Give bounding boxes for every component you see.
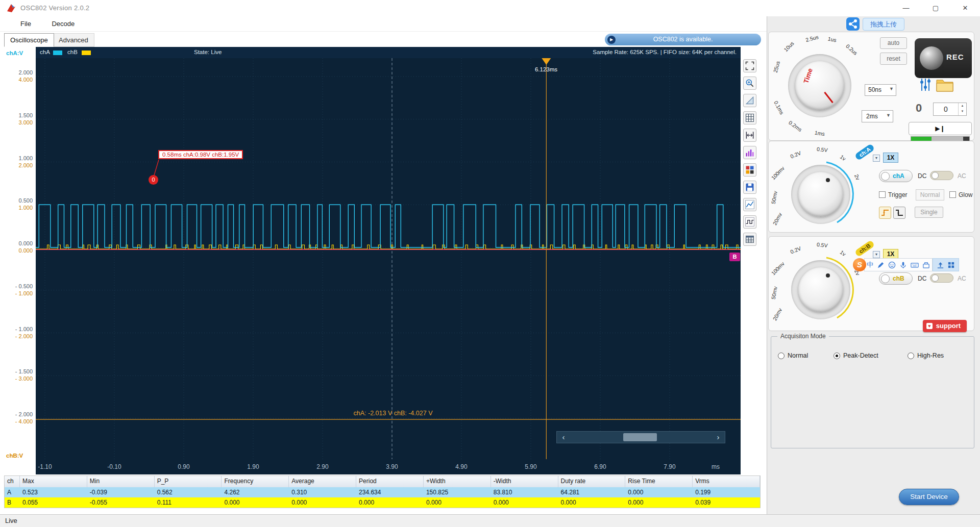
cell: 0.000 [625, 497, 693, 508]
chB-enable-toggle[interactable]: chB [879, 272, 913, 285]
frame-counter: 0 [916, 102, 922, 115]
radio-icon[interactable] [908, 353, 914, 359]
x-tick: 1.90 [242, 463, 264, 470]
app-grid-icon[interactable] [947, 261, 955, 269]
share-hub-icon[interactable] [846, 17, 860, 31]
chB-coupling-toggle[interactable] [930, 273, 953, 283]
waveform-plot[interactable]: 6.123ms 0.58ms chA:0.98V chB:1.95V 0 chA… [36, 58, 741, 459]
cell: 64.281 [558, 487, 626, 497]
chevron-down-icon: ▼ [889, 86, 894, 91]
triangle-ruler-icon[interactable] [743, 94, 756, 107]
radio-peak-detect[interactable]: Peak-Detect [834, 352, 878, 359]
tiles-icon[interactable] [743, 163, 756, 177]
chA-probe-dropdown-icon[interactable]: ▾ [873, 155, 880, 162]
expand-icon[interactable] [743, 59, 756, 72]
rec-knob[interactable] [920, 46, 943, 70]
timebase-select[interactable]: 2ms ▼ [862, 110, 893, 122]
col-max: Max [20, 476, 87, 487]
trigger-mode-box[interactable]: Normal [916, 189, 944, 200]
chA-enable-toggle[interactable]: chA [879, 170, 913, 182]
pen-icon[interactable] [877, 261, 885, 269]
cell: 0.000 [222, 497, 289, 508]
cell: 0.000 [356, 497, 424, 508]
chB-dc-label[interactable]: DC [918, 275, 926, 282]
toolbox-icon[interactable] [922, 261, 930, 269]
reset-button[interactable]: reset [880, 53, 907, 65]
trigger-checkbox[interactable] [879, 191, 886, 198]
falling-edge-icon[interactable] [893, 207, 905, 219]
chB-color-swatch[interactable] [82, 51, 91, 55]
maximize-icon[interactable]: ▢ [921, 0, 950, 16]
y-tick-chB: 3.000 [4, 119, 33, 126]
save-icon[interactable] [743, 181, 756, 194]
x-tick: 3.90 [381, 463, 403, 470]
support-icon: ♥ [926, 323, 933, 329]
chA-ac-label[interactable]: AC [958, 172, 966, 180]
drag-upload-button[interactable]: 拖拽上传 [863, 18, 904, 31]
trigger-time-select[interactable]: 50ns ▼ [865, 84, 896, 96]
auto-button[interactable]: auto [880, 37, 907, 49]
close-icon[interactable]: ✕ [950, 0, 980, 16]
y-tick-chA: 2.000 [4, 69, 33, 76]
marker-badge[interactable]: 0 [149, 175, 158, 185]
chA-color-swatch[interactable] [53, 51, 62, 55]
sliders-icon[interactable] [919, 77, 932, 92]
scroll-right-icon[interactable]: › [713, 432, 724, 443]
cell: 150.825 [424, 487, 491, 497]
menu-file[interactable]: File [11, 16, 40, 31]
chA-probe-ratio[interactable]: 1X [883, 153, 898, 163]
chA-coupling-toggle[interactable] [930, 171, 953, 180]
y-tick-chB: 2.000 [4, 162, 33, 168]
minimize-icon[interactable]: — [891, 0, 921, 16]
time-knob[interactable] [795, 61, 844, 110]
chB-probe-dropdown-icon[interactable]: ▾ [873, 251, 880, 258]
play-pause-button[interactable]: ▶❙ [909, 122, 972, 135]
start-device-button[interactable]: Start Device [899, 489, 959, 505]
chart-icon[interactable] [743, 198, 756, 211]
radio-high-res[interactable]: High-Res [908, 352, 944, 359]
x-tick: 4.90 [450, 463, 473, 470]
scrollbar-thumb[interactable] [623, 433, 657, 441]
upload-arrow-icon[interactable] [937, 261, 944, 269]
ime-logo-icon[interactable]: S [853, 258, 866, 271]
ime-language-icon[interactable]: 中 [867, 259, 873, 271]
chA-volts-knob[interactable] [798, 172, 843, 217]
radio-icon[interactable] [834, 353, 840, 359]
col-ch: ch [5, 476, 20, 487]
spectrum-icon[interactable] [743, 146, 756, 159]
horizontal-scrollbar[interactable]: ‹ › [556, 431, 725, 443]
col-min: Min [87, 476, 155, 487]
acquisition-mode-title: Acquisiton Mode [777, 333, 829, 340]
radio-icon[interactable] [778, 353, 785, 359]
chB-position-marker[interactable]: B [729, 253, 740, 261]
radio-normal[interactable]: Normal [778, 352, 808, 359]
knob-tick: 2.5us [805, 34, 819, 43]
folder-icon[interactable] [935, 76, 954, 93]
waveform-icon[interactable] [743, 215, 756, 229]
chB-probe-ratio[interactable]: 1X [883, 249, 898, 259]
chB-volts-knob[interactable] [798, 267, 843, 312]
keyboard-icon[interactable] [911, 261, 919, 269]
cell: 0.000 [424, 497, 491, 508]
single-trigger-button[interactable]: Single [915, 207, 943, 218]
microphone-icon[interactable] [899, 261, 907, 269]
emoji-icon[interactable] [888, 261, 896, 269]
chA-toggle-label: chA [893, 172, 904, 180]
tab-oscilloscope[interactable]: Oscilloscope [4, 33, 54, 47]
horizontal-measure-icon[interactable] [743, 129, 756, 142]
glow-checkbox[interactable] [949, 191, 956, 198]
chA-dc-label[interactable]: DC [918, 172, 926, 180]
scroll-left-icon[interactable]: ‹ [558, 432, 569, 443]
zoom-in-icon[interactable] [743, 77, 756, 90]
menu-decode[interactable]: Decode [42, 16, 84, 31]
tab-advanced[interactable]: Advanced [53, 33, 94, 47]
table-icon[interactable] [743, 233, 756, 246]
rising-edge-icon[interactable] [879, 207, 891, 219]
chevron-down-icon: ▼ [886, 113, 891, 118]
support-button[interactable]: ♥ support [923, 320, 967, 332]
frame-spinbox[interactable]: 0 ▲▼ [933, 103, 967, 116]
waveform-canvas[interactable] [36, 58, 741, 459]
grid-icon[interactable] [743, 111, 756, 124]
chB-ac-label[interactable]: AC [958, 275, 966, 282]
spinner-arrows-icon[interactable]: ▲▼ [958, 103, 966, 115]
